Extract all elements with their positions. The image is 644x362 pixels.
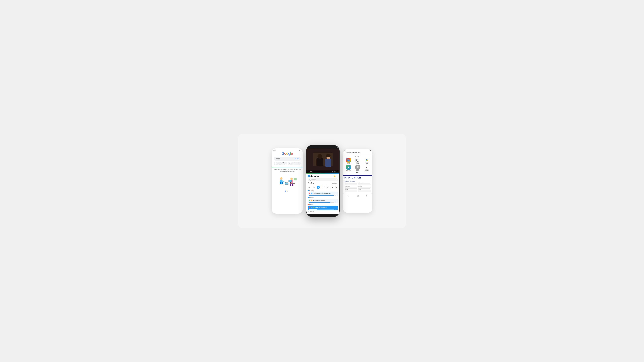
app-settings[interactable]: Settings	[354, 165, 362, 171]
quick-actions: A Translate text WITH YOUR CAMERA ✎ Solv…	[274, 162, 301, 165]
right-nav-bar: ← Display size and text	[343, 151, 372, 154]
dot-1	[285, 191, 286, 192]
drive-icon	[364, 158, 369, 163]
video-still	[306, 148, 339, 173]
mic-icon[interactable]	[294, 158, 296, 160]
sound-label: Sound Re...	[364, 170, 369, 171]
back-nav-icon[interactable]: ◁	[348, 195, 349, 197]
schedule-search[interactable]: 🔍 Search +	[308, 178, 338, 181]
preview-section: Preview Ch	[343, 154, 372, 175]
app-drive[interactable]: Drive	[363, 158, 371, 164]
day-tue[interactable]: T 05	[312, 185, 315, 189]
solve-label: Solve homework	[291, 162, 299, 163]
time-1000: 🕙 10:00 AM	[308, 211, 338, 212]
info-header: INFORMATION	[344, 176, 371, 179]
day-thu[interactable]: T 07	[321, 185, 324, 189]
svg-rect-10	[282, 182, 284, 184]
address-field[interactable]: Address*	[358, 189, 371, 192]
svg-text:A: A	[275, 163, 276, 164]
clock-small-icon: 🕙	[308, 211, 309, 212]
phone-right: 11:27 ▲ ▮ ← Display size and text Previe…	[343, 149, 372, 213]
app-clock[interactable]: Clock	[354, 158, 362, 164]
playstore-label: Play Store	[346, 170, 350, 171]
day-sun[interactable]: S 10	[335, 185, 338, 189]
email-field[interactable]: Email Address*	[345, 186, 358, 189]
solve-sub: WITH YOUR C...	[291, 163, 299, 164]
app-playstore[interactable]: Play Store	[344, 165, 352, 171]
id-card-field[interactable]: ID Card*	[345, 189, 358, 192]
day-fri[interactable]: F 08	[326, 185, 329, 189]
svg-rect-13	[285, 183, 288, 185]
right-dot-3	[358, 172, 359, 173]
add-icon[interactable]: +	[336, 179, 336, 180]
svg-rect-39	[309, 176, 310, 177]
menu-icon[interactable]: ☰	[336, 175, 338, 177]
day-mon[interactable]: M 04	[308, 185, 311, 189]
right-dot-1	[356, 172, 357, 173]
svg-point-8	[280, 177, 282, 180]
event-1[interactable]: Landing page redesign meeting 100%	[308, 192, 338, 196]
svg-point-42	[348, 160, 349, 161]
telephone-field[interactable]: Telephone*	[358, 186, 371, 189]
app-sound[interactable]: Sound Re...	[363, 165, 371, 171]
search-magnify-icon: 🔍	[309, 179, 311, 180]
svg-rect-0	[295, 158, 296, 159]
translate-sub: WITH YOUR CAMERA	[277, 163, 285, 164]
bell-icon[interactable]: 🔔	[334, 175, 336, 177]
svg-rect-25	[294, 178, 297, 180]
app-icons-grid: Chrome Clock	[344, 158, 371, 171]
left-battery-icon: ▮	[301, 149, 301, 151]
info-section: INFORMATION BILLING ADDRESS First Name* …	[343, 175, 372, 194]
form-row-2: Email Address* Telephone*	[345, 186, 370, 189]
play-pause-btn[interactable]: ⏸	[308, 171, 309, 172]
video-progress-track[interactable]	[313, 172, 332, 172]
this-week-btn[interactable]: This week ▾	[332, 182, 338, 184]
last-name-field[interactable]: Last Name*	[358, 182, 371, 185]
first-name-field[interactable]: First Name*	[345, 182, 358, 185]
right-wifi-icon: ▲	[369, 150, 370, 151]
left-search-bar[interactable]: Search	[274, 157, 301, 161]
right-time: 11:27	[344, 150, 347, 151]
day-wed[interactable]: W 06	[317, 185, 320, 189]
main-container: 03:27 ▲ ▮ Google Search	[238, 134, 406, 228]
svg-point-6	[280, 184, 283, 185]
left-wifi-icon: ▲	[299, 149, 300, 151]
phone-left: 03:27 ▲ ▮ Google Search	[272, 148, 303, 214]
video-section[interactable]: ⏸ 01:22 03:21/27 ⛶	[306, 148, 339, 173]
solve-action[interactable]: ✎ Solve homework WITH YOUR C...	[288, 162, 301, 165]
home-nav-icon[interactable]: ⬜	[356, 195, 358, 197]
lens-icon[interactable]	[297, 158, 299, 160]
video-controls[interactable]: ⏸ 01:22 03:21/27 ⛶	[306, 170, 339, 173]
svg-rect-29	[316, 158, 323, 166]
back-button[interactable]: ←	[344, 152, 346, 153]
time-900: 09:00 AM	[308, 204, 338, 205]
preview-label: Preview	[344, 155, 371, 157]
chrome-icon	[346, 158, 351, 163]
dot-3	[288, 191, 290, 192]
right-dots	[344, 172, 371, 173]
svg-rect-9	[280, 182, 281, 184]
svg-rect-19	[290, 184, 291, 186]
search-placeholder: Search	[275, 158, 294, 160]
schedule-section: Schedule 🔔 ☰ 🔍 Search + Timeline This we…	[306, 174, 339, 214]
settings-icon	[355, 165, 360, 170]
fullscreen-btn[interactable]: ⛶	[337, 171, 338, 172]
app-chrome[interactable]: Chrome	[344, 158, 352, 164]
svg-marker-50	[348, 166, 350, 168]
day-sat[interactable]: S 09	[330, 185, 334, 189]
time-800: 08:00 AM	[308, 197, 338, 198]
recents-nav-icon[interactable]: ▷	[366, 195, 368, 197]
svg-point-2	[298, 158, 299, 159]
dot-indicator	[273, 191, 301, 192]
right-battery-icon: ▮	[370, 150, 371, 151]
schedule-header: Schedule 🔔 ☰	[308, 175, 338, 177]
schedule-search-placeholder: Search	[312, 179, 316, 180]
days-row: M 04 T 05 W 06 T 07	[308, 185, 338, 189]
chevron-down-icon: ▾	[337, 182, 338, 184]
svg-rect-36	[308, 175, 308, 176]
event-2[interactable]: Webflow introduction 85%	[308, 199, 338, 203]
translate-action[interactable]: A Translate text WITH YOUR CAMERA	[274, 162, 287, 165]
meet-description: Make video calls to friends and family, …	[273, 169, 301, 172]
event-3[interactable]: Project presentation 33%	[308, 206, 338, 210]
center-time: 15:27	[308, 146, 310, 147]
